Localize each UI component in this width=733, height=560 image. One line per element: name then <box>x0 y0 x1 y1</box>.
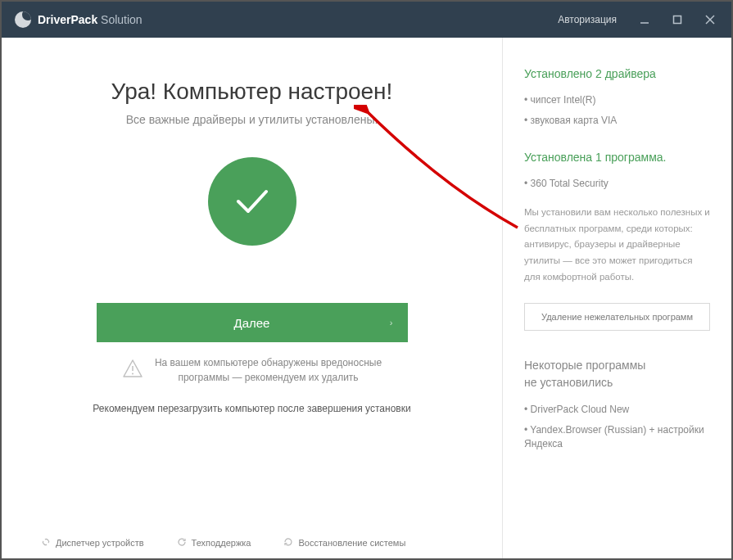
sidebar: Установлено 2 драйвера чипсет Intel(R) з… <box>502 38 731 558</box>
program-item: 360 Total Security <box>524 177 710 191</box>
failed-item: Yandex.Browser (Russian) + настройки Янд… <box>524 423 710 451</box>
footer-links: Диспетчер устройств Техподдержка Восстан… <box>41 521 463 549</box>
programs-description: Мы установили вам несколько полезных и б… <box>524 205 710 285</box>
close-button[interactable] <box>694 2 726 38</box>
installed-drivers-block: Установлено 2 драйвера чипсет Intel(R) з… <box>524 67 710 128</box>
app-window: DriverPack Solution Авторизация Ура! Ком… <box>0 0 733 560</box>
chevron-right-icon: › <box>390 318 393 327</box>
malware-warning: На вашем компьютере обнаружены вредоносн… <box>41 355 463 385</box>
system-restore-link[interactable]: Восстановление системы <box>283 537 405 549</box>
failed-programs-block: Некоторые программы не установились Driv… <box>524 357 710 450</box>
main-panel: Ура! Компьютер настроен! Все важные драй… <box>2 38 502 558</box>
programs-heading: Установлена 1 программа. <box>524 151 710 164</box>
next-button[interactable]: Далее › <box>97 303 408 342</box>
link-icon <box>41 537 51 549</box>
titlebar: DriverPack Solution Авторизация <box>2 2 731 38</box>
installed-programs-block: Установлена 1 программа. 360 Total Secur… <box>524 151 710 191</box>
next-button-label: Далее <box>234 316 270 330</box>
remove-unwanted-button[interactable]: Удаление нежелательных программ <box>524 303 710 331</box>
device-manager-link[interactable]: Диспетчер устройств <box>41 537 144 549</box>
refresh-icon <box>177 537 187 549</box>
failed-item: DriverPack Cloud New <box>524 403 710 417</box>
page-subtitle: Все важные драйверы и утилиты установлен… <box>41 113 463 126</box>
success-checkmark-icon <box>208 157 296 246</box>
warning-text: На вашем компьютере обнаружены вредоносн… <box>155 355 382 385</box>
logo-icon <box>15 11 31 28</box>
driver-item: чипсет Intel(R) <box>524 93 710 107</box>
warning-triangle-icon <box>122 359 143 382</box>
failed-heading: Некоторые программы не установились <box>524 357 710 391</box>
minimize-button[interactable] <box>628 2 661 38</box>
support-link[interactable]: Техподдержка <box>177 537 251 549</box>
drivers-heading: Установлено 2 драйвера <box>524 67 710 80</box>
driver-item: звуковая карта VIA <box>524 114 710 128</box>
page-title: Ура! Компьютер настроен! <box>41 79 463 105</box>
svg-rect-1 <box>674 16 681 24</box>
maximize-button[interactable] <box>661 2 694 38</box>
auth-link[interactable]: Авторизация <box>546 14 628 25</box>
app-logo: DriverPack Solution <box>15 11 143 28</box>
svg-point-5 <box>132 373 133 375</box>
restore-icon <box>283 537 293 549</box>
reboot-recommendation: Рекомендуем перезагрузить компьютер посл… <box>41 403 463 414</box>
app-title: DriverPack Solution <box>38 13 143 26</box>
